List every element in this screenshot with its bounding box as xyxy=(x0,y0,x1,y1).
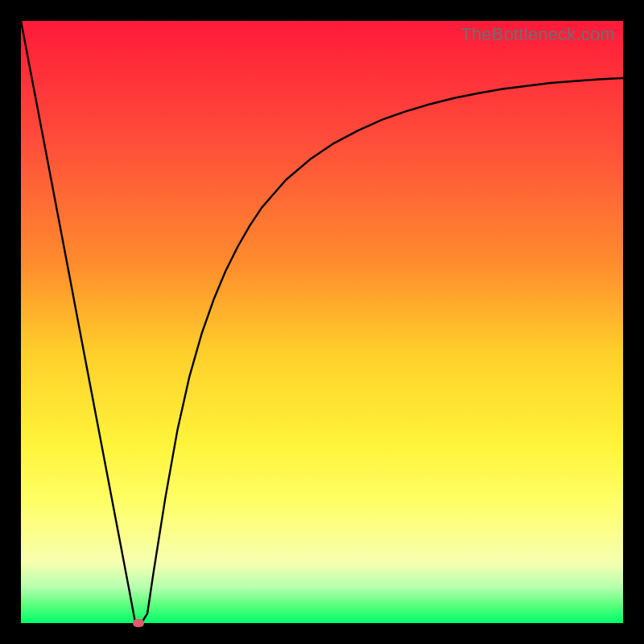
plot-area: TheBottleneck.com xyxy=(21,21,623,623)
minimum-marker xyxy=(133,619,144,627)
bottleneck-curve xyxy=(21,21,623,623)
chart-frame: TheBottleneck.com xyxy=(0,0,644,644)
